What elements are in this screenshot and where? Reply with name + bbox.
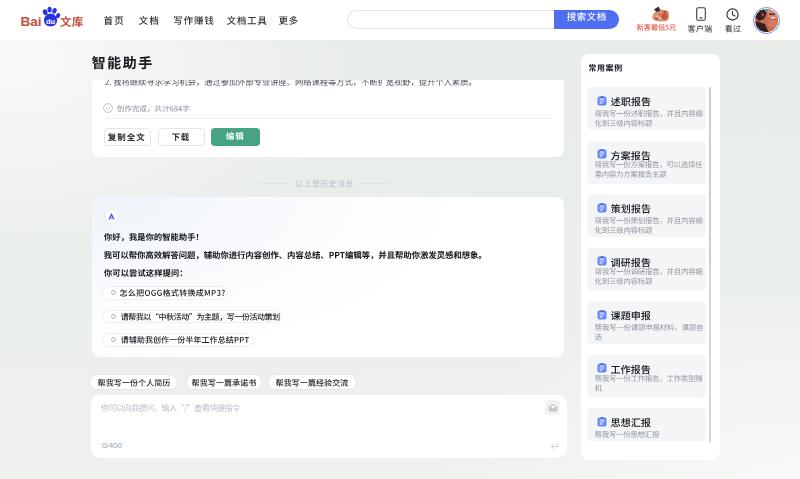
svg-text:Bai: Bai <box>21 14 42 29</box>
svg-text:du: du <box>46 17 56 26</box>
